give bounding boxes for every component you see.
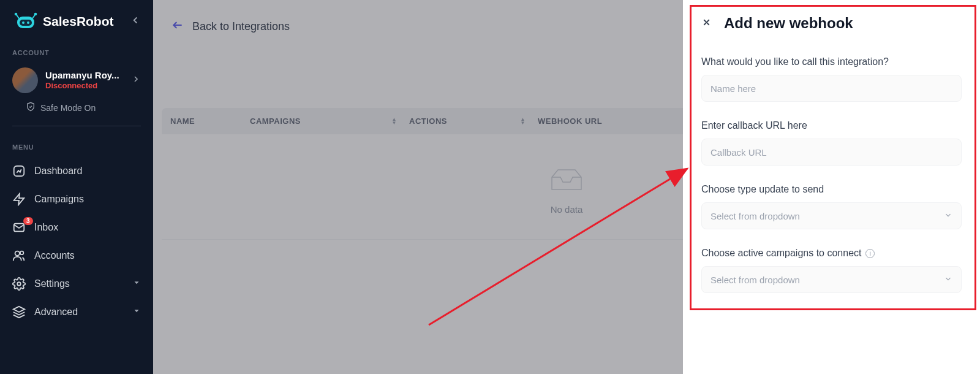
divider [12,126,141,126]
sidebar-item-settings[interactable]: Settings [0,270,153,298]
callback-url-input[interactable] [701,139,962,166]
sidebar-item-label: Inbox [34,222,58,233]
svg-marker-9 [14,194,24,205]
accounts-icon [12,249,26,262]
chevron-down-icon [132,307,141,318]
add-webhook-drawer: Add new webhook What would you like to c… [683,0,980,374]
active-campaigns-label: Choose active campaigns to connect i [701,248,962,259]
integration-name-label: What would you like to call this integra… [701,56,962,67]
sidebar-item-label: Accounts [34,250,75,261]
select-placeholder: Select from dropdown [710,211,800,221]
info-icon[interactable]: i [865,249,875,258]
sidebar-item-label: Settings [34,278,70,289]
brand-logo[interactable]: SalesRobot [12,11,130,32]
sidebar-item-accounts[interactable]: Accounts [0,242,153,270]
svg-point-6 [22,21,24,24]
sidebar-item-inbox[interactable]: Inbox 3 [0,213,153,242]
sidebar-item-advanced[interactable]: Advanced [0,298,153,326]
select-placeholder: Select from dropdown [710,275,800,285]
sidebar-item-label: Campaigns [34,194,84,205]
account-block[interactable]: Upamanyu Roy... Disconnected [0,63,153,98]
svg-marker-15 [13,307,24,312]
account-name: Upamanyu Roy... [45,70,124,81]
svg-point-12 [20,251,24,255]
avatar [12,67,38,93]
account-status: Disconnected [45,81,124,91]
active-campaigns-select[interactable]: Select from dropdown [701,266,962,293]
svg-line-1 [16,14,19,18]
chevron-down-icon [944,211,952,221]
update-type-label: Choose type update to send [701,184,962,195]
sidebar-item-campaigns[interactable]: Campaigns [0,185,153,213]
gear-icon [12,277,26,291]
integration-name-input[interactable] [701,75,962,102]
collapse-sidebar-button[interactable] [130,15,141,28]
svg-point-11 [15,251,20,256]
robot-icon [12,11,39,32]
svg-marker-14 [135,281,139,284]
svg-marker-16 [135,310,139,312]
safe-mode-status: Safe Mode On [0,98,153,117]
chevron-right-icon [131,74,141,86]
chevron-down-icon [132,278,141,289]
sidebar: SalesRobot ACCOUNT Upamanyu Roy... Disco… [0,0,153,374]
dashboard-icon [12,164,26,178]
svg-line-3 [32,14,36,18]
account-section-label: ACCOUNT [0,40,153,63]
update-type-select[interactable]: Select from dropdown [701,202,962,229]
sidebar-item-dashboard[interactable]: Dashboard [0,157,153,185]
close-drawer-button[interactable] [701,17,712,29]
svg-point-13 [17,282,21,286]
svg-point-7 [27,21,29,24]
sidebar-item-label: Advanced [34,307,78,318]
chevron-down-icon [944,275,952,285]
sidebar-item-label: Dashboard [34,166,82,177]
callback-url-label: Enter callback URL here [701,120,962,131]
safe-mode-label: Safe Mode On [40,103,96,113]
svg-rect-5 [20,20,32,26]
campaigns-icon [12,193,26,206]
menu-section-label: MENU [0,135,153,157]
layers-icon [12,305,26,319]
brand-name: SalesRobot [43,14,114,29]
drawer-title: Add new webhook [724,15,853,32]
inbox-badge: 3 [23,217,33,225]
shield-check-icon [26,102,36,113]
